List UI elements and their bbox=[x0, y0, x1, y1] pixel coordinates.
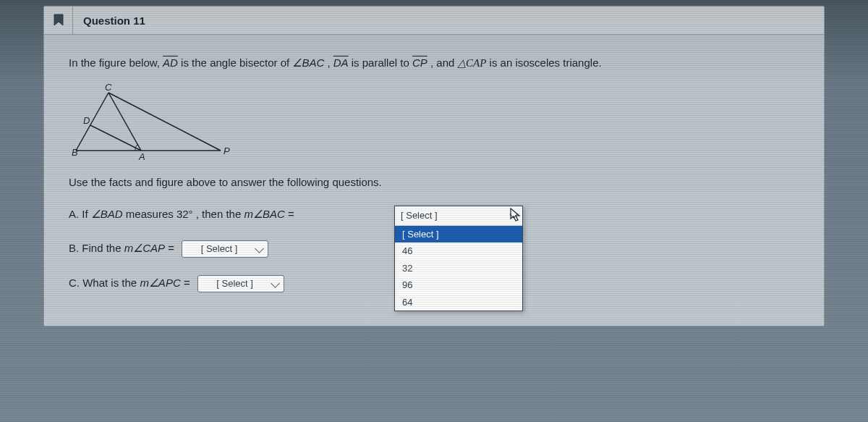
pc-meas: m∠APC bbox=[140, 277, 180, 289]
label-a: A bbox=[138, 151, 145, 161]
label-d: D bbox=[83, 115, 90, 126]
segment-cp: CP bbox=[412, 56, 427, 69]
pa-mid1: measures bbox=[126, 208, 176, 220]
bookmark-flag-icon bbox=[53, 14, 64, 27]
question-body: In the figure below, AD is the angle bis… bbox=[44, 35, 824, 326]
part-a-label: A. If ∠BAD measures 32° , then the m∠BAC… bbox=[69, 206, 294, 223]
part-a-row: A. If ∠BAD measures 32° , then the m∠BAC… bbox=[69, 206, 799, 223]
pa-deg: 32° bbox=[176, 208, 193, 220]
part-c-select[interactable]: [ Select ] bbox=[197, 275, 284, 292]
instruction: Use the facts and figure above to answer… bbox=[69, 174, 799, 191]
chevron-down-icon bbox=[509, 211, 517, 219]
question-header: Question 11 bbox=[44, 7, 824, 35]
pa-meas: m∠BAC bbox=[244, 208, 284, 220]
pc-pre: C. What is the bbox=[69, 277, 140, 289]
pb-pre: B. Find the bbox=[69, 242, 124, 254]
segment-ad: AD bbox=[163, 56, 178, 69]
pc-eq: = bbox=[184, 277, 190, 289]
part-c-select-wrap[interactable]: [ Select ] bbox=[197, 275, 284, 292]
prompt-prefix: In the figure below, bbox=[69, 56, 163, 69]
figure: B D C A P bbox=[69, 82, 799, 161]
triangle-figure-svg: B D C A P bbox=[69, 82, 235, 161]
pb-meas: m∠CAP bbox=[124, 242, 165, 254]
dd-option-32[interactable]: 32 bbox=[395, 260, 522, 277]
dd-current-text: [ Select ] bbox=[401, 208, 438, 223]
parts: A. If ∠BAD measures 32° , then the m∠BAC… bbox=[69, 206, 799, 292]
part-a-select-open[interactable]: [ Select ] [ Select ] 46 32 96 64 bbox=[394, 206, 523, 311]
prompt-mid1: is the angle bisector of bbox=[181, 56, 292, 69]
part-b-label: B. Find the m∠CAP = bbox=[69, 240, 174, 257]
label-c: C bbox=[105, 82, 112, 93]
pa-pre: A. If bbox=[69, 208, 91, 220]
pa-ang: ∠BAD bbox=[91, 208, 123, 220]
part-b-select[interactable]: [ Select ] bbox=[182, 240, 268, 258]
svg-line-1 bbox=[76, 93, 109, 151]
dd-option-46[interactable]: 46 bbox=[395, 242, 522, 260]
pb-eq: = bbox=[168, 242, 174, 254]
flag-button[interactable] bbox=[44, 7, 73, 34]
dd-option-64[interactable]: 64 bbox=[395, 294, 522, 311]
dd-option-select[interactable]: [ Select ] bbox=[395, 226, 522, 243]
angle-bac: ∠BAC bbox=[292, 56, 324, 69]
label-p: P bbox=[224, 145, 230, 156]
pa-eq: = bbox=[288, 208, 294, 220]
part-c-label: C. What is the m∠APC = bbox=[69, 275, 190, 292]
prompt-suffix: is an isosceles triangle. bbox=[490, 56, 602, 69]
part-b-select-wrap[interactable]: [ Select ] bbox=[182, 240, 268, 258]
question-card: Question 11 In the figure below, AD is t… bbox=[43, 6, 825, 326]
dd-option-96[interactable]: 96 bbox=[395, 277, 522, 294]
question-title: Question 11 bbox=[73, 8, 156, 33]
dd-current[interactable]: [ Select ] bbox=[395, 206, 522, 226]
prompt-text: In the figure below, AD is the angle bis… bbox=[69, 55, 799, 72]
dd-list: [ Select ] 46 32 96 64 bbox=[395, 226, 522, 311]
pa-mid2: , then the bbox=[196, 208, 244, 220]
prompt-mid2: , bbox=[327, 56, 333, 69]
label-b: B bbox=[72, 147, 78, 158]
prompt-mid3: is parallel to bbox=[352, 56, 412, 69]
segment-da: DA bbox=[333, 56, 349, 69]
triangle-cap: △CAP bbox=[458, 57, 487, 69]
prompt-mid4: , and bbox=[430, 56, 458, 69]
